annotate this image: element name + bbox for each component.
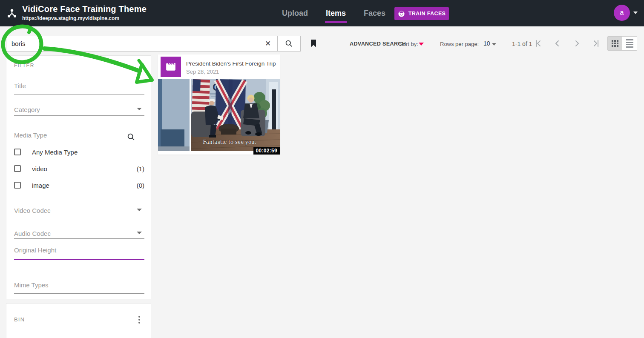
rows-per-page-select[interactable]: 10 xyxy=(483,40,490,47)
sort-by-label: Sort by: xyxy=(399,41,418,47)
filter-original-height-input[interactable]: Original Height xyxy=(14,246,56,254)
top-navigation: Upload Items Faces xyxy=(281,0,386,26)
bin-panel: BIN xyxy=(6,303,151,338)
movie-icon xyxy=(161,57,181,77)
filter-original-height-underline-focused xyxy=(14,259,144,260)
nav-tab-items[interactable]: Items xyxy=(325,6,347,20)
chevron-down-icon[interactable] xyxy=(137,209,142,211)
filter-video-codec-underline xyxy=(14,216,144,216)
checkbox-count: (1) xyxy=(137,165,144,172)
filter-category-underline xyxy=(14,115,144,116)
bin-heading: BIN xyxy=(14,316,25,323)
next-page-button[interactable] xyxy=(572,38,582,49)
grid-view-button[interactable] xyxy=(608,37,622,50)
app-title: VidiCore Face Training Theme xyxy=(22,4,147,14)
advanced-search-link[interactable]: ADVANCED SEARCH xyxy=(350,41,406,47)
result-date: Sep 28, 2021 xyxy=(186,69,219,75)
close-icon: ✕ xyxy=(265,39,271,48)
saved-searches-button[interactable] xyxy=(308,37,320,49)
app-logo-hub-icon xyxy=(6,8,17,19)
media-type-option-image[interactable]: image (0) xyxy=(14,181,144,189)
checkbox-any-media-type[interactable] xyxy=(14,149,21,155)
clear-search-button[interactable]: ✕ xyxy=(259,36,277,51)
list-view-icon xyxy=(626,39,633,48)
sort-direction-caret-icon[interactable] xyxy=(419,43,424,46)
train-faces-label: TRAIN FACES xyxy=(408,11,446,17)
avatar[interactable]: a xyxy=(614,5,630,21)
search-icon xyxy=(285,39,293,48)
checkbox-video[interactable] xyxy=(14,165,21,172)
previous-page-button[interactable] xyxy=(552,38,563,49)
result-card[interactable]: President Biden's First Foreign Trip Sep… xyxy=(158,54,280,155)
result-card-header: President Biden's First Foreign Trip Sep… xyxy=(158,54,280,79)
train-faces-button[interactable]: TRAIN FACES xyxy=(394,7,449,20)
checkbox-label: video xyxy=(32,165,47,172)
result-thumbnail[interactable]: G7 xyxy=(158,79,280,151)
filter-media-type-label: Media Type xyxy=(14,132,47,139)
search-bar: ✕ xyxy=(6,36,301,52)
filter-mime-types-underline xyxy=(14,293,144,294)
app-subtitle-url: https://deepva.staging.myvidispine.com xyxy=(22,15,147,21)
media-type-option-any[interactable]: Any Media Type xyxy=(14,148,144,156)
kebab-icon xyxy=(138,316,140,318)
bookmark-icon xyxy=(308,38,320,49)
filter-audio-codec-select[interactable]: Audio Codec xyxy=(14,230,51,237)
checkbox-count: (0) xyxy=(137,182,144,189)
pagination-controls xyxy=(533,38,601,49)
chevron-down-icon[interactable] xyxy=(137,232,142,234)
filter-mime-types-input[interactable] xyxy=(14,281,133,289)
thumbnail-scene: G7 xyxy=(158,79,280,151)
nav-tab-upload[interactable]: Upload xyxy=(281,6,309,20)
media-type-search-icon[interactable] xyxy=(126,132,136,142)
filter-panel: FILTER Category Media Type Any Media Typ… xyxy=(6,55,151,299)
search-submit-button[interactable] xyxy=(277,36,300,51)
chevron-down-icon xyxy=(633,11,638,14)
list-view-button[interactable] xyxy=(622,37,637,50)
duration-badge: 00:02:59 xyxy=(253,147,280,155)
filter-heading: FILTER xyxy=(14,63,34,69)
search-input[interactable] xyxy=(6,36,259,51)
pagination-range: 1-1 of 1 xyxy=(512,40,532,47)
app-title-block: VidiCore Face Training Theme https://dee… xyxy=(22,4,147,21)
subtitle-caption: Fantastic to see you. xyxy=(203,139,256,145)
view-mode-toggle xyxy=(607,36,637,51)
chevron-down-icon[interactable] xyxy=(137,108,142,110)
filter-title-underline xyxy=(14,95,144,95)
filter-audio-codec-underline xyxy=(14,238,144,239)
nav-tab-faces[interactable]: Faces xyxy=(363,6,386,20)
first-page-button[interactable] xyxy=(533,38,543,49)
grid-view-icon xyxy=(612,40,619,47)
bin-more-options-button[interactable] xyxy=(134,315,144,325)
checkbox-label: image xyxy=(32,182,49,189)
rows-per-page-label: Rows per page: xyxy=(440,41,479,47)
filter-category-select[interactable]: Category xyxy=(14,106,40,113)
media-type-option-video[interactable]: video (1) xyxy=(14,164,144,173)
filter-video-codec-select[interactable]: Video Codec xyxy=(14,207,51,214)
rows-per-page-caret-icon[interactable] xyxy=(492,43,496,46)
account-menu[interactable]: a xyxy=(614,5,638,21)
filter-title-input[interactable] xyxy=(14,82,133,89)
app-screen: VidiCore Face Training Theme https://dee… xyxy=(0,0,644,338)
checkbox-image[interactable] xyxy=(14,182,21,189)
last-page-button[interactable] xyxy=(591,38,601,49)
checkbox-label: Any Media Type xyxy=(32,149,78,156)
result-title: President Biden's First Foreign Trip xyxy=(186,60,276,67)
face-icon xyxy=(398,10,405,17)
app-header: VidiCore Face Training Theme https://dee… xyxy=(0,0,644,26)
